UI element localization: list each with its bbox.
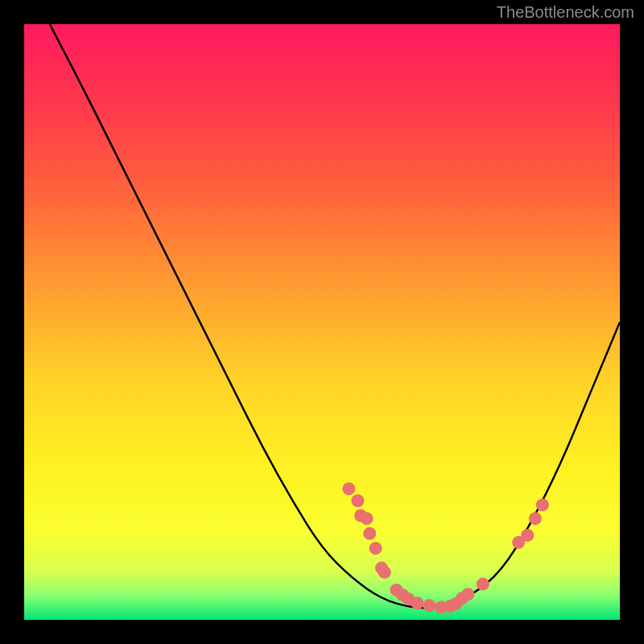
data-point [411, 597, 423, 609]
data-point [369, 542, 382, 555]
bottleneck-curve [24, 24, 620, 620]
data-point [529, 512, 542, 525]
data-point [342, 482, 355, 495]
data-point [351, 494, 364, 507]
data-point [536, 498, 549, 511]
data-point [361, 512, 374, 525]
data-point [378, 566, 391, 579]
data-point [423, 599, 436, 612]
chart-container [24, 24, 620, 620]
data-point [461, 588, 474, 601]
data-point [363, 527, 376, 540]
watermark-text: TheBottleneck.com [497, 3, 634, 22]
data-point [521, 529, 534, 542]
data-point [477, 578, 489, 591]
